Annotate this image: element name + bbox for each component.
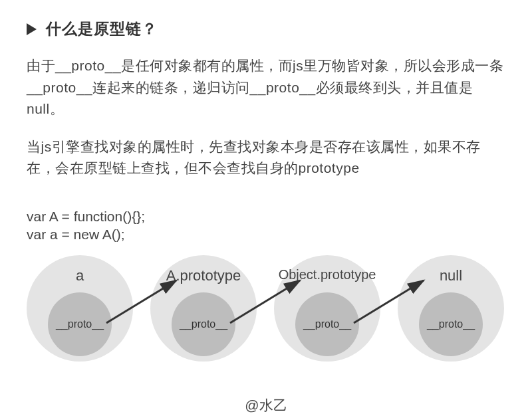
node-null-label: null (398, 267, 504, 284)
node-null: null __proto__ (398, 255, 504, 362)
prototype-chain-diagram: a __proto__ A.prototype __proto__ Object… (27, 255, 505, 368)
code-block: var A = function(){}; var a = new A(); (27, 207, 505, 244)
author-credit: @水乙 (0, 396, 532, 415)
paragraph-2: 当js引擎查找对象的属性时，先查找对象本身是否存在该属性，如果不存在，会在原型链… (27, 136, 505, 179)
code-line-1: var A = function(){}; (27, 207, 505, 225)
code-line-2: var a = new A(); (27, 225, 505, 243)
paragraph-1: 由于__proto__是任何对象都有的属性，而js里万物皆对象，所以会形成一条_… (27, 55, 505, 120)
section-heading: 什么是原型链？ (27, 19, 505, 39)
node-a: a __proto__ (27, 255, 133, 362)
node-a-proto: __proto__ (48, 292, 112, 356)
node-a-label: a (27, 267, 133, 284)
node-object-prototype-label: Object.prototype (274, 267, 380, 282)
triangle-icon (27, 23, 37, 35)
node-object-prototype: Object.prototype __proto__ (274, 255, 380, 362)
node-a-prototype-proto: __proto__ (172, 292, 235, 356)
node-null-proto: __proto__ (419, 292, 483, 356)
node-a-prototype: A.prototype __proto__ (150, 255, 257, 362)
node-object-prototype-proto: __proto__ (295, 292, 359, 356)
node-a-prototype-label: A.prototype (150, 267, 257, 284)
heading-text: 什么是原型链？ (46, 19, 158, 39)
